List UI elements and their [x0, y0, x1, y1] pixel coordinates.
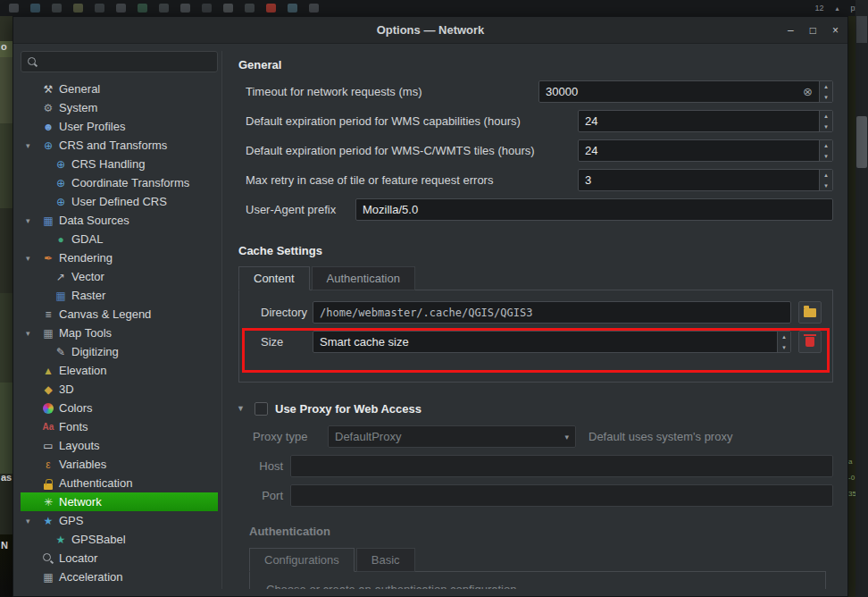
sidebar-item-elevation[interactable]: ▲Elevation [21, 361, 218, 380]
sidebar-item-network[interactable]: ✳Network [21, 492, 218, 511]
clear-cache-button[interactable] [798, 331, 822, 353]
globe-icon: ⊕ [40, 139, 56, 153]
sidebar-item-label: CRS and Transforms [59, 139, 167, 152]
spinner-buttons[interactable]: ▴▾ [819, 81, 832, 102]
window-scrollbar[interactable] [855, 0, 868, 597]
sidebar-searchbox[interactable] [21, 51, 218, 72]
sidebar-item-crs-handling[interactable]: ⊕CRS Handling [21, 155, 218, 173]
expander-arrow-icon[interactable]: ▾ [26, 517, 40, 526]
use-proxy-checkbox[interactable] [255, 402, 268, 416]
toolbar-icon[interactable] [223, 4, 233, 13]
sidebar-item-layouts[interactable]: ▭Layouts [21, 436, 218, 455]
sidebar-item-general[interactable]: ⚒General [21, 80, 218, 98]
maximize-button[interactable]: □ [810, 24, 816, 37]
toolbar-icon[interactable] [95, 4, 104, 13]
sidebar-item-locator[interactable]: Locator [21, 549, 218, 568]
proxy-type-combo[interactable]: DefaultProxy ▾ [328, 425, 576, 448]
toolbar-icon[interactable] [138, 4, 147, 13]
spinner-buttons[interactable]: ▴▾ [819, 170, 832, 190]
spinner-buttons[interactable]: ▴▾ [777, 332, 790, 352]
expander-arrow-icon[interactable]: ▾ [26, 141, 40, 150]
sidebar-item-label: Network [59, 495, 102, 509]
proxy-type-label: Proxy type [253, 430, 321, 443]
proxy-port-input[interactable] [290, 484, 833, 507]
sidebar-item-user-defined-crs[interactable]: ⊕User Defined CRS [21, 192, 218, 211]
toolbar-icon[interactable] [245, 4, 255, 13]
sidebar-item-digitizing[interactable]: ✎Digitizing [21, 342, 218, 361]
toolbar-icon-red[interactable] [266, 4, 276, 13]
collapse-arrow-icon[interactable]: ▼ [237, 404, 247, 413]
auth-configurations-pane: Choose or create an authentication confi… [249, 572, 826, 589]
scroll-button[interactable] [856, 16, 867, 43]
sidebar-item-qfield[interactable]: ○QField [21, 586, 218, 589]
sidebar-item-raster[interactable]: ▦Raster [21, 286, 218, 305]
sidebar-item-label: User Profiles [59, 120, 125, 133]
spinner-buttons[interactable]: ▴▾ [819, 111, 832, 131]
toolbar-icon[interactable] [52, 4, 62, 13]
sidebar-item-map-tools[interactable]: ▾▦Map Tools [21, 324, 218, 342]
expander-arrow-icon[interactable]: ▾ [26, 329, 40, 338]
timeout-label: Timeout for network requests (ms) [246, 85, 538, 98]
cache-size-combo[interactable]: Smart cache size ▴▾ [313, 331, 791, 353]
user-agent-input[interactable]: Mozilla/5.0 [355, 198, 833, 221]
options-search-input[interactable] [43, 55, 212, 68]
sidebar-item-data-sources[interactable]: ▾▦Data Sources [21, 211, 218, 230]
toolbar-icon[interactable] [30, 4, 40, 13]
dialog-titlebar[interactable]: Options — Network – □ × [13, 17, 847, 44]
sidebar-item-system[interactable]: ⚙System [21, 98, 218, 117]
close-button[interactable]: × [832, 24, 839, 37]
sidebar-item-gdal[interactable]: ●GDAL [21, 230, 218, 248]
sidebar-item-vector[interactable]: ↗Vector [21, 267, 218, 286]
sidebar-item-canvas-legend[interactable]: ≡Canvas & Legend [21, 305, 218, 324]
clear-field-icon[interactable]: ⊗ [803, 85, 813, 98]
sidebar-item-gps[interactable]: ▾★GPS [21, 511, 218, 530]
tab-basic[interactable]: Basic [356, 548, 415, 572]
scrollbar-thumb[interactable] [856, 116, 867, 168]
cache-directory-input[interactable]: /home/webmaster/.cache/QGIS/QGIS3 [313, 301, 791, 324]
browse-directory-button[interactable] [798, 301, 822, 324]
tab-authentication[interactable]: Authentication [312, 266, 415, 290]
sidebar-item-3d[interactable]: ◆3D [21, 380, 218, 399]
toolbar-icon[interactable] [288, 4, 297, 13]
toolbar-icon[interactable] [73, 4, 83, 13]
dialog-title: Options — Network [13, 23, 847, 37]
sidebar-item-variables[interactable]: εVariables [21, 455, 218, 474]
sidebar-item-label: Canvas & Legend [59, 307, 151, 321]
sidebar-item-fonts[interactable]: AaFonts [21, 417, 218, 436]
toolbar-icon[interactable] [202, 4, 212, 13]
max-retry-input[interactable]: 3 ▴▾ [578, 169, 833, 191]
sidebar-item-coordinate-transforms[interactable]: ⊕Coordinate Transforms [21, 173, 218, 192]
tab-configurations[interactable]: Configurations [249, 548, 355, 572]
toolbar-icon[interactable] [116, 4, 126, 13]
toolbar-icon[interactable] [9, 4, 19, 13]
minimize-button[interactable]: – [788, 24, 794, 37]
sidebar-item-label: Layouts [59, 439, 100, 452]
directory-label: Directory [250, 306, 305, 319]
folder-icon [804, 308, 816, 317]
timeout-input[interactable]: 30000 ⊗ ▴▾ [538, 80, 833, 103]
sidebar-item-crs-and-transforms[interactable]: ▾⊕CRS and Transforms [21, 136, 218, 155]
sidebar-item-gpsbabel[interactable]: ★GPSBabel [21, 530, 218, 549]
wmts-tiles-label: Default expiration period for WMS-C/WMTS… [246, 144, 578, 157]
toolbar-icon[interactable] [180, 4, 190, 13]
cache-settings-heading: Cache Settings [238, 244, 833, 257]
sidebar-item-acceleration[interactable]: ▦Acceleration [21, 568, 218, 586]
network-icon: ✳ [40, 495, 56, 509]
sidebar-item-authentication[interactable]: Authentication [21, 474, 218, 492]
expander-arrow-icon[interactable]: ▾ [26, 254, 40, 263]
spinner-buttons[interactable]: ▴▾ [819, 140, 832, 161]
wmts-tiles-input[interactable]: 24 ▴▾ [578, 139, 833, 162]
toolbar-icon[interactable] [309, 4, 319, 13]
elevation-icon: ▲ [40, 364, 56, 378]
wms-capabilities-input[interactable]: 24 ▴▾ [578, 110, 833, 132]
toolbar-icon[interactable] [159, 4, 169, 13]
sidebar-item-label: Map Tools [59, 326, 112, 340]
sidebar-item-rendering[interactable]: ▾✒Rendering [21, 248, 218, 267]
expander-arrow-icon[interactable]: ▾ [26, 216, 40, 225]
proxy-host-input[interactable] [290, 455, 833, 477]
tab-content[interactable]: Content [238, 266, 310, 290]
sidebar-item-user-profiles[interactable]: ☻User Profiles [21, 117, 218, 136]
auth-hint: Choose or create an authentication confi… [266, 583, 814, 589]
sidebar-item-colors[interactable]: Colors [21, 399, 218, 417]
globe-icon: ⊕ [53, 157, 69, 172]
